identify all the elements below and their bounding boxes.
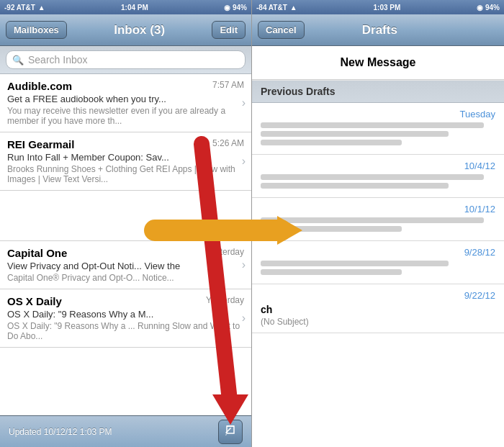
- drafts-title: Drafts: [362, 23, 397, 37]
- draft-subject-4: ch: [261, 304, 495, 315]
- email-subject-2: View Privacy and Opt-Out Noti... View th…: [7, 261, 244, 271]
- draft-header-4: 9/22/12: [261, 290, 495, 301]
- left-time: 1:04 PM: [121, 4, 148, 12]
- previous-drafts-label: Previous Drafts: [261, 86, 335, 97]
- draft-item-0[interactable]: Tuesday: [252, 103, 504, 155]
- updated-text: Updated 10/12/12 1:03 PM: [9, 427, 112, 437]
- draft-header-2: 10/1/12: [261, 204, 495, 215]
- draft-line-3-1: [261, 269, 402, 275]
- inbox-title: Inbox (3): [114, 23, 165, 37]
- email-time-0: 7:57 AM: [212, 80, 244, 90]
- drafts-list: Tuesday 10/4/12 10/1/12 9/28/12: [252, 103, 504, 447]
- left-nav-bar: Mailboxes Inbox (3) Edit: [0, 14, 251, 46]
- email-header-1: REI Gearmail 5:26 AM: [7, 138, 244, 150]
- draft-item-1[interactable]: 10/4/12: [252, 155, 504, 198]
- email-header-0: Audible.com 7:57 AM: [7, 80, 244, 92]
- email-subject-3: OS X Daily: "9 Reasons Why a M...: [7, 309, 244, 320]
- search-bar: 🔍 Search Inbox: [0, 46, 251, 74]
- draft-date-4: 9/22/12: [464, 290, 495, 301]
- email-preview-1: Brooks Running Shoes + Clothing Get REI …: [7, 164, 244, 184]
- email-chevron-3: ›: [242, 312, 246, 325]
- draft-line-0-1: [261, 131, 449, 137]
- compose-button[interactable]: [218, 420, 243, 444]
- draft-date-3: 9/28/12: [464, 247, 495, 258]
- draft-date-1: 10/4/12: [464, 161, 495, 171]
- right-time: 1:03 PM: [374, 4, 401, 12]
- draft-item-3[interactable]: 9/28/12: [252, 241, 504, 284]
- email-sender-1: REI Gearmail: [7, 138, 74, 150]
- email-chevron-0: ›: [242, 96, 246, 109]
- new-message-title: New Message: [341, 56, 416, 68]
- draft-line-1-1: [261, 183, 449, 189]
- email-subject-0: Get a FREE audiobook when you try...: [7, 94, 244, 104]
- draft-date-0: Tuesday: [460, 109, 495, 119]
- compose-icon: [224, 424, 237, 440]
- email-item-0[interactable]: Audible.com 7:57 AM Get a FREE audiobook…: [0, 74, 251, 132]
- email-time-1: 5:26 AM: [212, 138, 244, 148]
- draft-date-2: 10/1/12: [464, 204, 495, 215]
- draft-line-0-2: [261, 140, 402, 145]
- draft-line-0-0: [261, 122, 484, 128]
- edit-button[interactable]: Edit: [212, 21, 246, 39]
- cancel-button[interactable]: Cancel: [258, 21, 305, 39]
- email-list: Audible.com 7:57 AM Get a FREE audiobook…: [0, 74, 251, 415]
- draft-header-1: 10/4/12: [261, 161, 495, 171]
- email-time-2: Yesterday: [206, 247, 244, 257]
- email-item-blank: [0, 191, 251, 241]
- mailboxes-button[interactable]: Mailboxes: [6, 21, 67, 39]
- right-nav-bar: Cancel Drafts: [252, 14, 504, 46]
- draft-header-0: Tuesday: [261, 109, 495, 119]
- draft-line-3-0: [261, 261, 449, 266]
- search-placeholder: Search Inbox: [28, 54, 88, 66]
- bottom-toolbar: Updated 10/12/12 1:03 PM: [0, 415, 251, 447]
- right-panel: -84 AT&T ▲ 1:03 PM ◉ 94% Cancel Drafts N…: [252, 0, 504, 447]
- search-input-wrapper[interactable]: 🔍 Search Inbox: [6, 50, 246, 69]
- draft-line-2-1: [261, 226, 402, 232]
- email-subject-1: Run Into Fall + Member Coupon: Sav...: [7, 152, 244, 163]
- email-sender-0: Audible.com: [7, 80, 72, 92]
- previous-drafts-header: Previous Drafts: [252, 80, 504, 103]
- email-sender-3: OS X Daily: [7, 295, 62, 307]
- left-battery: ◉ 94%: [224, 4, 247, 12]
- draft-line-2-0: [261, 217, 484, 223]
- svg-rect-0: [225, 427, 231, 433]
- draft-preview-4: (No Subject): [261, 317, 495, 327]
- search-icon: 🔍: [12, 55, 24, 66]
- email-item-1[interactable]: REI Gearmail 5:26 AM Run Into Fall + Mem…: [0, 132, 251, 191]
- draft-header-3: 9/28/12: [261, 247, 495, 258]
- left-panel: -92 AT&T ▲ 1:04 PM ◉ 94% Mailboxes Inbox…: [0, 0, 252, 447]
- draft-line-1-0: [261, 174, 484, 180]
- email-item-2[interactable]: Capital One Yesterday View Privacy and O…: [0, 241, 251, 289]
- email-header-2: Capital One Yesterday: [7, 247, 244, 259]
- email-time-3: Yesterday: [206, 295, 244, 305]
- email-chevron-2: ›: [242, 258, 246, 271]
- email-sender-2: Capital One: [7, 247, 67, 259]
- right-status-left: -84 AT&T ▲: [256, 4, 297, 12]
- left-carrier: -92 AT&T: [4, 4, 35, 12]
- left-status-left: -92 AT&T ▲: [4, 4, 45, 12]
- email-chevron-1: ›: [242, 155, 246, 168]
- new-message-header: New Message: [252, 46, 504, 80]
- left-wifi-icon: ▲: [38, 4, 45, 12]
- left-status-bar: -92 AT&T ▲ 1:04 PM ◉ 94%: [0, 0, 251, 14]
- draft-item-2[interactable]: 10/1/12: [252, 198, 504, 241]
- right-battery: ◉ 94%: [477, 4, 500, 12]
- right-carrier: -84 AT&T: [256, 4, 287, 12]
- email-preview-2: Capital One® Privacy and Opt-O... Notice…: [7, 273, 244, 283]
- email-header-3: OS X Daily Yesterday: [7, 295, 244, 307]
- email-preview-0: You may receive this newsletter even if …: [7, 106, 244, 126]
- draft-item-4[interactable]: 9/22/12 ch (No Subject): [252, 284, 504, 333]
- email-item-3[interactable]: OS X Daily Yesterday OS X Daily: "9 Reas…: [0, 289, 251, 348]
- right-status-bar: -84 AT&T ▲ 1:03 PM ◉ 94%: [252, 0, 504, 14]
- right-wifi-icon: ▲: [290, 4, 297, 12]
- email-preview-3: OS X Daily: "9 Reasons Why a ... Running…: [7, 321, 244, 341]
